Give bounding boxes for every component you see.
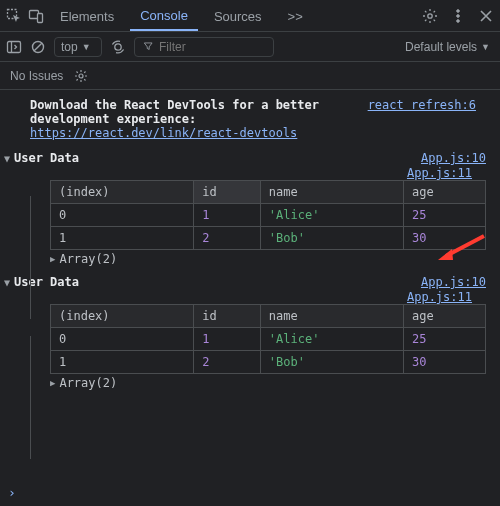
tab-sources[interactable]: Sources	[204, 2, 272, 30]
table-header-row: (index) id name age	[51, 181, 486, 204]
array-summary[interactable]: Array(2)	[59, 252, 117, 266]
col-age[interactable]: age	[404, 181, 486, 204]
svg-point-5	[457, 14, 460, 17]
settings-small-icon[interactable]	[73, 68, 89, 84]
filter-icon	[143, 41, 153, 53]
source-link[interactable]: react refresh:6	[368, 98, 490, 112]
col-name[interactable]: name	[260, 181, 403, 204]
execution-context-selector[interactable]: top ▼	[54, 37, 102, 57]
react-banner: react refresh:6 Download the React DevTo…	[0, 94, 500, 148]
filter-input[interactable]	[159, 40, 265, 54]
expand-caret-icon[interactable]: ▶	[50, 378, 59, 388]
group-title: User Data	[14, 275, 79, 289]
console-table: (index) id name age 0 1 'Alice' 25 1 2 '…	[50, 304, 486, 374]
col-index[interactable]: (index)	[51, 181, 194, 204]
table-row: 0 1 'Alice' 25	[51, 204, 486, 227]
group-caret-icon[interactable]: ▼	[0, 277, 14, 288]
chevron-down-icon: ▼	[481, 42, 494, 52]
table-row: 1 2 'Bob' 30	[51, 351, 486, 374]
filter-input-wrap[interactable]	[134, 37, 274, 57]
console-prompt-icon[interactable]: ›	[8, 485, 16, 500]
no-issues-label[interactable]: No Issues	[10, 69, 63, 83]
source-link[interactable]: App.js:11	[407, 166, 486, 180]
svg-point-6	[457, 19, 460, 22]
console-table: (index) id name age 0 1 'Alice' 25 1 2 '…	[50, 180, 486, 250]
source-link[interactable]: App.js:10	[421, 151, 500, 165]
chevron-down-icon: ▼	[82, 42, 95, 52]
source-link[interactable]: App.js:10	[421, 275, 500, 289]
svg-rect-7	[8, 41, 21, 52]
svg-point-4	[457, 9, 460, 12]
console-group: ▼ User Data App.js:10 App.js:11 (index) …	[0, 272, 500, 396]
banner-line: Download the React DevTools for a better	[30, 98, 319, 112]
group-caret-icon[interactable]: ▼	[0, 153, 14, 164]
more-vert-icon[interactable]	[450, 8, 466, 24]
svg-point-11	[114, 43, 120, 49]
annotation-arrow-icon	[436, 234, 486, 262]
settings-icon[interactable]	[422, 8, 438, 24]
execution-context-label: top	[61, 40, 78, 54]
close-icon[interactable]	[478, 8, 494, 24]
console-group: ▼ User Data App.js:10 App.js:11 (index) …	[0, 148, 500, 272]
react-devtools-link[interactable]: https://react.dev/link/react-devtools	[30, 126, 297, 140]
devtools-tabbar: Elements Console Sources >>	[0, 0, 500, 32]
tab-console[interactable]: Console	[130, 1, 198, 31]
col-name[interactable]: name	[260, 305, 403, 328]
col-id[interactable]: id	[194, 305, 261, 328]
log-levels-label: Default levels	[405, 40, 477, 54]
log-levels-selector[interactable]: Default levels ▼	[405, 40, 494, 54]
svg-point-3	[428, 13, 432, 17]
col-id[interactable]: id	[194, 181, 261, 204]
live-expression-icon[interactable]	[110, 39, 126, 55]
col-age[interactable]: age	[404, 305, 486, 328]
table-header-row: (index) id name age	[51, 305, 486, 328]
tabs-overflow[interactable]: >>	[278, 2, 313, 30]
device-toolbar-icon[interactable]	[28, 8, 44, 24]
svg-rect-2	[38, 13, 43, 22]
expand-caret-icon[interactable]: ▶	[50, 254, 59, 264]
console-sidebar-icon[interactable]	[6, 39, 22, 55]
issues-bar: No Issues	[0, 62, 500, 90]
source-link[interactable]: App.js:11	[407, 290, 486, 304]
tab-elements[interactable]: Elements	[50, 2, 124, 30]
group-title: User Data	[14, 151, 79, 165]
indent-guide	[30, 196, 31, 319]
col-index[interactable]: (index)	[51, 305, 194, 328]
banner-line: development experience:	[30, 112, 196, 126]
indent-guide	[30, 336, 31, 459]
clear-console-icon[interactable]	[30, 39, 46, 55]
array-summary[interactable]: Array(2)	[59, 376, 117, 390]
console-toolbar: top ▼ Default levels ▼	[0, 32, 500, 62]
inspect-icon[interactable]	[6, 8, 22, 24]
svg-marker-14	[438, 249, 453, 260]
svg-point-12	[79, 74, 83, 78]
table-row: 0 1 'Alice' 25	[51, 328, 486, 351]
svg-line-10	[34, 43, 42, 51]
table-row: 1 2 'Bob' 30	[51, 227, 486, 250]
console-body: react refresh:6 Download the React DevTo…	[0, 90, 500, 400]
